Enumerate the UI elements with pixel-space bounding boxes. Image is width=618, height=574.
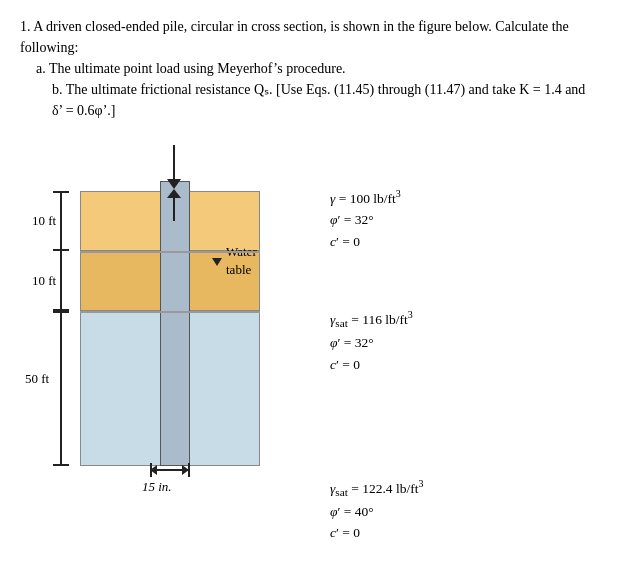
part-a-text: The ultimate point load using Meyerhof’s… [49,61,346,76]
layer1-phi: φ′ = 32° [330,209,618,231]
dim-line-mid [60,251,62,311]
figure-area: 10 ft 10 ft 50 ft Water table [20,131,598,491]
soil-labels: γ = 100 lb/ft3 φ′ = 32° c′ = 0 γsat = 11… [330,186,618,544]
diagram: 10 ft 10 ft 50 ft Water table [20,131,340,491]
dim-tick-top [53,191,69,193]
layer1-c: c′ = 0 [330,231,618,253]
layer2-phi: φ′ = 32° [330,332,618,354]
water-label: Water table [226,243,257,279]
dim-line-top [60,191,62,251]
dim-label-10ft-top: 10 ft [32,213,56,229]
problem-text: 1. A driven closed-ended pile, circular … [20,16,598,121]
dim-15in-label: 15 in. [142,479,172,495]
layer-boundary-1 [80,251,260,253]
load-arrow-line [173,145,175,183]
part-b: b. The ultimate frictional resistance Qₛ… [52,79,598,121]
layer-boundary-2 [80,311,260,313]
part-b-text: The ultimate frictional resistance Qₛ. [… [52,82,585,118]
part-b-label: b. [52,82,63,97]
water-arrow-icon [212,258,222,266]
layer2-c: c′ = 0 [330,354,618,376]
soil-props-layer1: γ = 100 lb/ft3 φ′ = 32° c′ = 0 [330,186,618,252]
dim-label-50ft: 50 ft [25,371,49,387]
problem-number: 1. [20,19,31,34]
reaction-arrow-head [167,189,181,198]
dim-15-right-arrow [182,465,189,475]
layer3-phi: φ′ = 40° [330,501,618,523]
layer1-gamma: γ = 100 lb/ft3 [330,186,618,209]
soil-props-layer2: γsat = 116 lb/ft3 φ′ = 32° c′ = 0 [330,307,618,375]
layer2-gamma: γsat = 116 lb/ft3 [330,307,618,332]
soil-props-layer3: γsat = 122.4 lb/ft3 φ′ = 40° c′ = 0 [330,476,618,544]
dim-tick-bottom-end [53,464,69,466]
dim-line-bottom [60,311,62,466]
pile [160,181,190,466]
layer3-gamma: γsat = 122.4 lb/ft3 [330,476,618,501]
dim-tick-bottom-start [53,311,69,313]
dim-label-10ft-mid: 10 ft [32,273,56,289]
load-arrow-head [167,179,181,189]
water-table-indicator: Water table [212,243,257,279]
layer3-c: c′ = 0 [330,522,618,544]
part-a-label: a. [36,61,46,76]
part-a: a. The ultimate point load using Meyerho… [36,58,598,79]
page: 1. A driven closed-ended pile, circular … [0,0,618,574]
problem-intro: A driven closed-ended pile, circular in … [20,19,569,55]
dim-15-left-arrow [150,465,157,475]
